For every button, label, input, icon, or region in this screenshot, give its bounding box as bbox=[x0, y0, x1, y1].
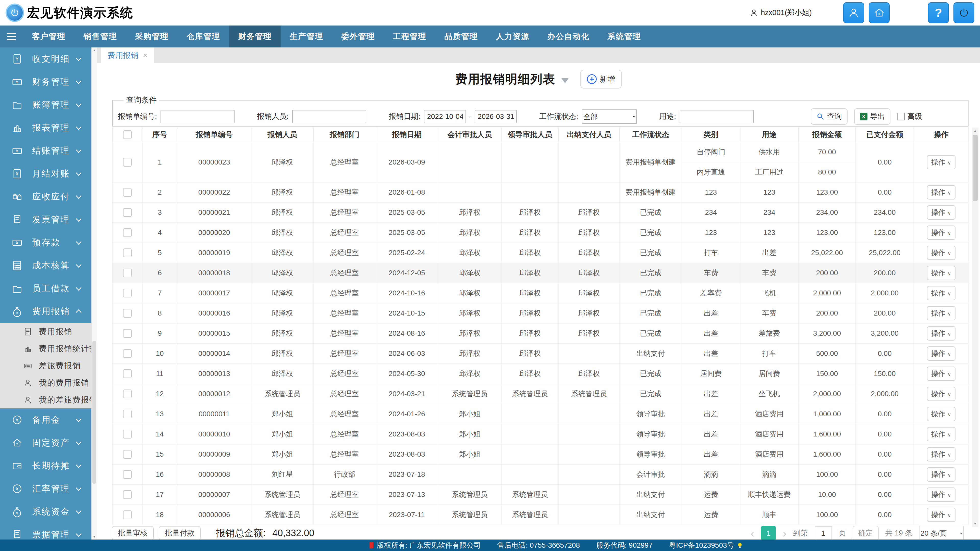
date-from-input[interactable] bbox=[424, 110, 466, 123]
prev-page-icon[interactable]: ‹ bbox=[751, 527, 754, 539]
page-number-button[interactable]: 1 bbox=[761, 526, 776, 540]
row-checkbox[interactable] bbox=[123, 329, 132, 338]
advanced-checkbox[interactable] bbox=[897, 113, 905, 121]
nav-item-1[interactable]: 客户管理 bbox=[23, 25, 75, 48]
nav-item-2[interactable]: 销售管理 bbox=[75, 25, 126, 48]
row-action-button[interactable]: 操作 ∨ bbox=[927, 246, 956, 260]
row-checkbox[interactable] bbox=[123, 158, 132, 167]
row-checkbox[interactable] bbox=[123, 309, 132, 318]
row-action-button[interactable]: 操作 ∨ bbox=[927, 185, 956, 200]
sidebar-item-2[interactable]: ¥财务管理 bbox=[0, 70, 91, 94]
row-action-button[interactable]: 操作 ∨ bbox=[927, 387, 956, 401]
workflow-select[interactable]: 全部 bbox=[582, 110, 637, 124]
person-input[interactable] bbox=[292, 110, 366, 123]
sidebar-item-12[interactable]: ¥费用报销 bbox=[0, 300, 91, 323]
row-checkbox[interactable] bbox=[123, 470, 132, 479]
sidebar-item-9[interactable]: ¥预存款 bbox=[0, 231, 91, 254]
row-action-button[interactable]: 操作 ∨ bbox=[927, 487, 956, 502]
sidebar-subitem-3[interactable]: 差旅费报销 bbox=[0, 357, 91, 374]
nav-item-12[interactable]: 系统管理 bbox=[598, 25, 650, 48]
sidebar-item-10[interactable]: 成本核算 bbox=[0, 254, 91, 277]
row-checkbox[interactable] bbox=[123, 268, 132, 277]
row-action-button[interactable]: 操作 ∨ bbox=[927, 326, 956, 341]
batch-pay-button[interactable]: 批量付款 bbox=[159, 526, 200, 540]
row-checkbox[interactable] bbox=[123, 188, 132, 197]
row-checkbox[interactable] bbox=[123, 389, 132, 398]
sidebar-item-15[interactable]: 长期待摊 bbox=[0, 454, 91, 477]
sidebar-item-17[interactable]: ¥系统资金 bbox=[0, 500, 91, 523]
menu-collapse-icon[interactable] bbox=[0, 25, 23, 48]
row-action-button[interactable]: 操作 ∨ bbox=[927, 346, 956, 361]
nav-item-5[interactable]: 财务管理 bbox=[229, 25, 281, 48]
nav-item-6[interactable]: 生产管理 bbox=[281, 25, 332, 48]
row-checkbox[interactable] bbox=[123, 410, 132, 418]
sidebar-subitem-2[interactable]: 费用报销统计报表 bbox=[0, 340, 91, 357]
support-icon[interactable] bbox=[843, 2, 864, 23]
select-all-checkbox[interactable] bbox=[123, 130, 132, 139]
row-action-button[interactable]: 操作 ∨ bbox=[927, 225, 956, 240]
tab-expense-reimburse[interactable]: 费用报销 × bbox=[101, 48, 154, 63]
sidebar-item-5[interactable]: ¥结账管理 bbox=[0, 139, 91, 162]
row-action-button[interactable]: 操作 ∨ bbox=[927, 367, 956, 381]
row-checkbox[interactable] bbox=[123, 248, 132, 257]
scroll-down-icon[interactable]: ▼ bbox=[972, 520, 978, 527]
sidebar-item-4[interactable]: 报表管理 bbox=[0, 116, 91, 139]
sidebar-item-7[interactable]: 应收应付 bbox=[0, 185, 91, 208]
row-action-button[interactable]: 操作 ∨ bbox=[927, 508, 956, 522]
advanced-toggle[interactable]: 高级 bbox=[897, 111, 922, 122]
goto-confirm-button[interactable]: 确定 bbox=[853, 526, 879, 540]
row-action-button[interactable]: 操作 ∨ bbox=[927, 467, 956, 482]
scroll-up-icon[interactable]: ▲ bbox=[92, 48, 97, 53]
batch-audit-button[interactable]: 批量审核 bbox=[112, 526, 154, 540]
row-action-button[interactable]: 操作 ∨ bbox=[927, 155, 956, 169]
sidebar-item-3[interactable]: 账簿管理 bbox=[0, 94, 91, 116]
row-action-button[interactable]: 操作 ∨ bbox=[927, 205, 956, 220]
add-button[interactable]: + 新增 bbox=[580, 70, 622, 89]
row-action-button[interactable]: 操作 ∨ bbox=[927, 306, 956, 321]
sidebar-subitem-5[interactable]: 我的差旅费报销 bbox=[0, 391, 91, 408]
sidebar-scrollbar[interactable]: ▲ ▼ bbox=[91, 48, 97, 540]
row-checkbox[interactable] bbox=[123, 510, 132, 519]
scrollbar-thumb[interactable] bbox=[92, 341, 96, 484]
usage-input[interactable] bbox=[679, 110, 754, 123]
nav-item-3[interactable]: 采购管理 bbox=[126, 25, 178, 48]
sidebar-item-16[interactable]: ¥汇率管理 bbox=[0, 477, 91, 500]
row-checkbox[interactable] bbox=[123, 490, 132, 499]
nav-item-4[interactable]: 仓库管理 bbox=[178, 25, 229, 48]
table-scrollbar[interactable]: ▲ ▼ bbox=[972, 127, 978, 527]
nav-item-10[interactable]: 人力资源 bbox=[487, 25, 538, 48]
search-button[interactable]: 查询 bbox=[811, 108, 848, 125]
sidebar-subitem-1[interactable]: 费用报销 bbox=[0, 323, 91, 340]
nav-item-9[interactable]: 品质管理 bbox=[435, 25, 487, 48]
row-checkbox[interactable] bbox=[123, 450, 132, 459]
sidebar-item-1[interactable]: ¥收支明细 bbox=[0, 48, 91, 70]
nav-item-8[interactable]: 工程管理 bbox=[384, 25, 435, 48]
page-size-select[interactable]: 20 条/页 bbox=[919, 526, 964, 540]
sidebar-item-11[interactable]: 员工借款 bbox=[0, 277, 91, 300]
row-checkbox[interactable] bbox=[123, 349, 132, 358]
next-page-icon[interactable]: › bbox=[783, 527, 786, 539]
scroll-down-icon[interactable]: ▼ bbox=[92, 534, 97, 540]
nav-item-11[interactable]: 办公自动化 bbox=[538, 25, 598, 48]
row-action-button[interactable]: 操作 ∨ bbox=[927, 286, 956, 300]
export-button[interactable]: X 导出 bbox=[854, 108, 891, 125]
goto-page-input[interactable] bbox=[815, 526, 832, 540]
scroll-up-icon[interactable]: ▲ bbox=[972, 127, 978, 134]
row-action-button[interactable]: 操作 ∨ bbox=[927, 427, 956, 441]
row-checkbox[interactable] bbox=[123, 289, 132, 297]
row-checkbox[interactable] bbox=[123, 208, 132, 217]
scrollbar-thumb[interactable] bbox=[973, 135, 978, 201]
row-checkbox[interactable] bbox=[123, 228, 132, 237]
title-caret-icon[interactable] bbox=[562, 78, 569, 83]
sidebar-item-6[interactable]: ¥月结对账 bbox=[0, 162, 91, 185]
row-action-button[interactable]: 操作 ∨ bbox=[927, 407, 956, 421]
sidebar-item-13[interactable]: ¥备用金 bbox=[0, 408, 91, 431]
sidebar-item-14[interactable]: ¥固定资产 bbox=[0, 431, 91, 454]
sidebar-item-18[interactable]: 票据管理 bbox=[0, 523, 91, 540]
bill-no-input[interactable] bbox=[161, 110, 234, 123]
sidebar-item-8[interactable]: 发票管理 bbox=[0, 208, 91, 231]
row-action-button[interactable]: 操作 ∨ bbox=[927, 266, 956, 280]
home-icon[interactable]: ¥ bbox=[869, 2, 890, 23]
row-action-button[interactable]: 操作 ∨ bbox=[927, 447, 956, 462]
row-checkbox[interactable] bbox=[123, 430, 132, 438]
